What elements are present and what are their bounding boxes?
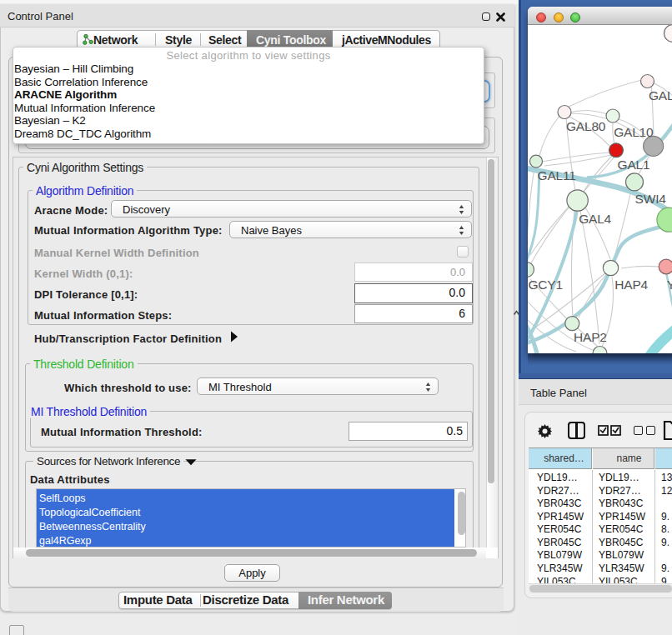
svg-text:Y: Y [667, 278, 672, 292]
svg-text:GCY1: GCY1 [529, 278, 563, 292]
svg-text:GAL11: GAL11 [538, 168, 576, 182]
svg-text:GAL4: GAL4 [579, 212, 611, 226]
svg-text:GAL80: GAL80 [566, 119, 606, 133]
svg-text:GAL10: GAL10 [614, 125, 654, 139]
svg-text:HAP4: HAP4 [614, 278, 648, 292]
svg-text:HAP2: HAP2 [574, 330, 607, 344]
svg-text:GAL7: GAL7 [649, 88, 672, 102]
svg-text:GAL1: GAL1 [618, 158, 650, 172]
svg-text:SWI4: SWI4 [635, 192, 667, 206]
